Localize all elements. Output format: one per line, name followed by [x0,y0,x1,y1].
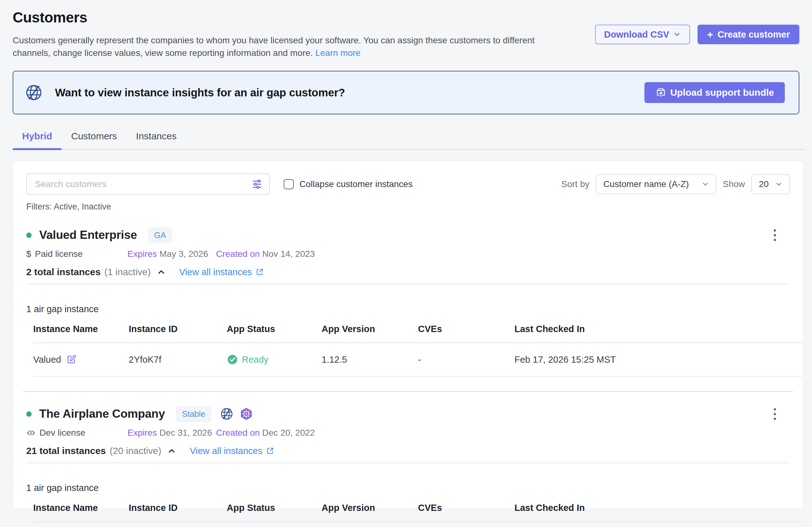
tab-customers[interactable]: Customers [62,131,127,149]
col-cves: CVEs [418,503,514,522]
cves-value: - [418,343,514,376]
collapse-instances-checkbox[interactable] [284,179,294,189]
created-on: Created on Dec 20, 2022 [216,428,315,438]
page-description-text: Customers generally represent the compan… [13,35,535,58]
chevron-up-icon[interactable] [157,267,166,277]
chevron-up-icon[interactable] [167,446,176,456]
show-label: Show [723,179,745,189]
customer-type-icons [220,407,253,421]
page-description: Customers generally represent the compan… [13,34,572,59]
create-customer-label: Create customer [717,29,790,40]
instance-name: Valued [33,355,61,365]
sort-by-label: Sort by [561,179,590,189]
expires-label: Expires [127,428,157,438]
divider [26,284,790,284]
instances-summary: 2 total instances (1 inactive) View all … [26,267,790,277]
check-circle-icon [227,354,238,365]
created-on-value: Nov 14, 2023 [262,249,315,259]
instances-summary: 21 total instances (20 inactive) View al… [26,446,790,456]
instances-table: Instance Name Instance ID App Status App… [33,324,802,377]
expires-value: May 3, 2026 [159,249,208,259]
sort-by-select[interactable]: Customer name (A-Z) [596,174,716,194]
channel-badge: Stable [176,406,212,422]
col-instance-id: Instance ID [129,324,227,343]
total-instances: 21 total instances [26,446,106,456]
col-cves: CVEs [418,324,514,343]
download-csv-label: Download CSV [604,29,669,40]
chevron-down-icon [775,180,783,188]
license-type: $ Paid license [26,249,127,259]
inactive-instances: (1 inactive) [104,267,151,277]
license-type: Dev license [26,428,127,438]
last-checked-in: Feb 17, 2026 15:25 MST [514,343,802,376]
app-version: 1.12.5 [322,343,418,376]
download-csv-button[interactable]: Download CSV [595,25,690,44]
divider [26,463,790,463]
customer-meta: $ Paid license Expires May 3, 2026 Creat… [26,249,790,259]
airgap-instance-note: 1 air gap instance [26,304,790,314]
expires: Expires Dec 31, 2026 [127,428,216,438]
app-status-label: Ready [242,355,269,365]
airgap-banner: Want to view instance insights for an ai… [13,71,799,115]
col-instance-id: Instance ID [129,503,227,522]
airgap-instance-note: 1 air gap instance [26,483,790,493]
customer-name[interactable]: Valued Enterprise [39,228,137,242]
upload-support-bundle-label: Upload support bundle [670,87,774,98]
created-on-label: Created on [216,249,260,259]
customer-header: Valued Enterprise GA [26,226,790,244]
customer-section: Valued Enterprise GA $ Paid license Expi… [26,226,790,377]
license-type-label: Dev license [40,428,85,438]
plus-icon: + [707,29,713,41]
customer-divider [23,391,793,392]
customer-name[interactable]: The Airplane Company [39,407,165,421]
instance-id: 2YfoK7f [129,343,227,376]
create-customer-button[interactable]: + Create customer [698,25,799,44]
chevron-down-icon [673,30,681,39]
sort-by-value: Customer name (A-Z) [603,179,689,189]
channel-badge: GA [148,227,172,243]
col-instance-name: Instance Name [33,503,129,522]
col-app-version: App Version [322,503,418,522]
active-status-dot [26,411,32,417]
show-select[interactable]: 20 [751,174,790,194]
upload-icon [655,87,667,98]
external-link-icon [266,447,274,455]
page-header: Customers Customers generally represent … [13,0,799,59]
customer-menu-button[interactable] [768,405,781,423]
license-type-label: Paid license [35,249,83,259]
tab-hybrid[interactable]: Hybrid [13,131,62,149]
search-input[interactable] [26,174,270,195]
active-status-dot [26,232,32,238]
airgap-globe-icon [220,407,234,421]
table-row: Valued 2YfoK7f [33,343,802,376]
view-all-instances-link[interactable]: View all instances [190,446,274,456]
collapse-instances-label: Collapse customer instances [300,179,412,189]
edit-icon[interactable] [66,354,77,365]
col-app-version: App Version [322,324,418,343]
col-app-status: App Status [227,503,322,522]
customer-meta: Dev license Expires Dec 31, 2026 Created… [26,428,790,438]
customer-section: The Airplane Company Stable [26,405,790,522]
external-link-icon [255,268,264,276]
learn-more-link[interactable]: Learn more [315,48,361,58]
filter-sliders-icon[interactable] [251,179,263,190]
banner-title: Want to view instance insights for an ai… [55,86,345,99]
col-last-checked-in: Last Checked In [514,503,802,522]
customer-menu-button[interactable] [768,226,781,244]
col-last-checked-in: Last Checked In [514,324,802,343]
col-instance-name: Instance Name [33,324,129,343]
search-wrap [26,174,270,195]
expires-label: Expires [127,249,157,259]
upload-support-bundle-button[interactable]: Upload support bundle [644,82,785,103]
header-actions: Download CSV + Create customer [595,25,799,44]
view-all-instances-label: View all instances [190,446,262,456]
kubernetes-icon [240,407,253,421]
collapse-instances-toggle[interactable]: Collapse customer instances [284,179,412,189]
page-title: Customers [13,9,595,26]
view-all-instances-link[interactable]: View all instances [179,267,264,277]
tab-instances[interactable]: Instances [127,131,186,149]
customers-card: Collapse customer instances Sort by Cust… [13,161,803,508]
expires-value: Dec 31, 2026 [159,428,212,438]
customer-header: The Airplane Company Stable [26,405,790,423]
code-icon [26,428,36,438]
